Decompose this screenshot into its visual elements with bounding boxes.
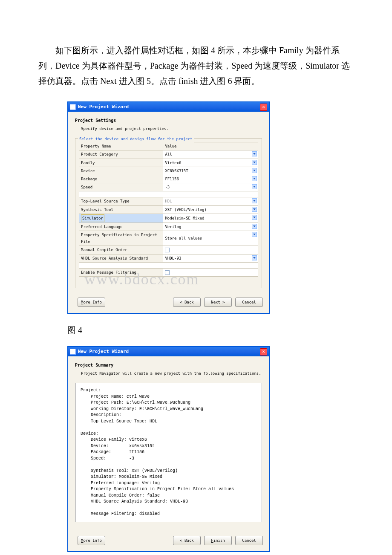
row-package: PackageFF1156 — [79, 175, 258, 183]
watermark: www.bdocx.com — [84, 270, 199, 288]
titlebar: New Project Wizard ✕ — [68, 347, 269, 356]
row-product-category: Product CategoryAll — [79, 150, 258, 159]
prop-label: Top-Level Source Type — [79, 197, 163, 205]
close-icon[interactable]: ✕ — [260, 104, 267, 111]
page-subheading: Project Navigator will create a new proj… — [81, 370, 262, 377]
finish-button[interactable]: Finish — [204, 536, 232, 545]
properties-table: Property NameValue Product CategoryAll F… — [79, 142, 258, 277]
row-family: FamilyVirtex6 — [79, 159, 258, 167]
synthesis-tool-dropdown[interactable]: XST (VHDL/Verilog) — [163, 205, 258, 214]
prop-label: Preferred Language — [79, 223, 163, 231]
prop-label: Manual Compile Order — [79, 246, 163, 254]
row-device: DeviceXC6VSX315T — [79, 167, 258, 175]
project-settings-dialog: New Project Wizard ✕ Project Settings Sp… — [67, 101, 270, 314]
group-legend: Select the device and design flow for th… — [78, 136, 194, 142]
row-source-type: Top-Level Source TypeHDL — [79, 197, 258, 205]
summary-text: Project: Project Name: ctrl_wave Project… — [75, 383, 262, 522]
close-icon[interactable]: ✕ — [260, 348, 267, 356]
cancel-button[interactable]: Cancel — [235, 298, 263, 307]
family-dropdown[interactable]: Virtex6 — [163, 159, 258, 167]
wizard-icon — [70, 349, 76, 355]
more-info-button[interactable]: More Info — [78, 298, 105, 307]
page-heading: Project Settings — [75, 117, 262, 124]
row-speed: Speed-3 — [79, 183, 258, 191]
next-button[interactable]: Next > — [204, 298, 232, 307]
prop-label: Package — [79, 175, 163, 183]
dialog-title: New Project Wizard — [78, 103, 260, 111]
speed-dropdown[interactable]: -3 — [163, 183, 258, 191]
prop-label: Speed — [79, 183, 163, 191]
col-property: Property Name — [79, 142, 163, 150]
back-button[interactable]: < Back — [173, 298, 201, 307]
prop-label: Synthesis Tool — [79, 205, 163, 214]
simulator-dropdown[interactable]: Modelsim-SE Mixed — [163, 214, 258, 223]
back-button[interactable]: < Back — [173, 536, 201, 545]
row-prop-spec: Property Specification in Project FileSt… — [79, 231, 258, 246]
prop-label: Product Category — [79, 150, 163, 159]
prop-label: Family — [79, 159, 163, 167]
project-summary-dialog: New Project Wizard ✕ Project Summary Pro… — [67, 346, 270, 552]
product-category-dropdown[interactable]: All — [163, 150, 258, 159]
source-type-dropdown[interactable]: HDL — [163, 197, 258, 205]
prop-label: VHDL Source Analysis Standard — [79, 254, 163, 262]
prop-label: Simulator — [79, 214, 163, 223]
vhdl-standard-dropdown[interactable]: VHDL-93 — [163, 254, 258, 262]
more-info-button[interactable]: More Info — [78, 536, 105, 545]
page-subheading: Specify device and project properties. — [81, 125, 262, 132]
titlebar: New Project Wizard ✕ — [68, 102, 269, 112]
device-dropdown[interactable]: XC6VSX315T — [163, 167, 258, 175]
dialog-title: New Project Wizard — [78, 347, 260, 356]
prop-label: Device — [79, 167, 163, 175]
intro-paragraph: 如下图所示，进入器件属性对话框，如图 4 所示，本步骤中 Family 为器件系… — [38, 43, 354, 89]
manual-compile-checkbox[interactable] — [163, 246, 258, 254]
cancel-button[interactable]: Cancel — [235, 536, 263, 545]
page-heading: Project Summary — [75, 361, 262, 369]
prop-spec-dropdown[interactable]: Store all values — [163, 231, 258, 246]
package-dropdown[interactable]: FF1156 — [163, 175, 258, 183]
row-manual-compile: Manual Compile Order — [79, 246, 258, 254]
figure-caption-4: 图 4 — [67, 322, 354, 338]
wizard-icon — [70, 104, 76, 110]
row-simulator: SimulatorModelsim-SE Mixed — [79, 214, 258, 223]
row-synthesis-tool: Synthesis ToolXST (VHDL/Verilog) — [79, 205, 258, 214]
row-preferred-language: Preferred LanguageVerilog — [79, 223, 258, 231]
prop-label: Property Specification in Project File — [79, 231, 163, 246]
preferred-language-dropdown[interactable]: Verilog — [163, 223, 258, 231]
project-settings-group: Select the device and design flow for th… — [75, 138, 262, 288]
row-vhdl-standard: VHDL Source Analysis StandardVHDL-93 — [79, 254, 258, 262]
col-value: Value — [163, 142, 258, 150]
